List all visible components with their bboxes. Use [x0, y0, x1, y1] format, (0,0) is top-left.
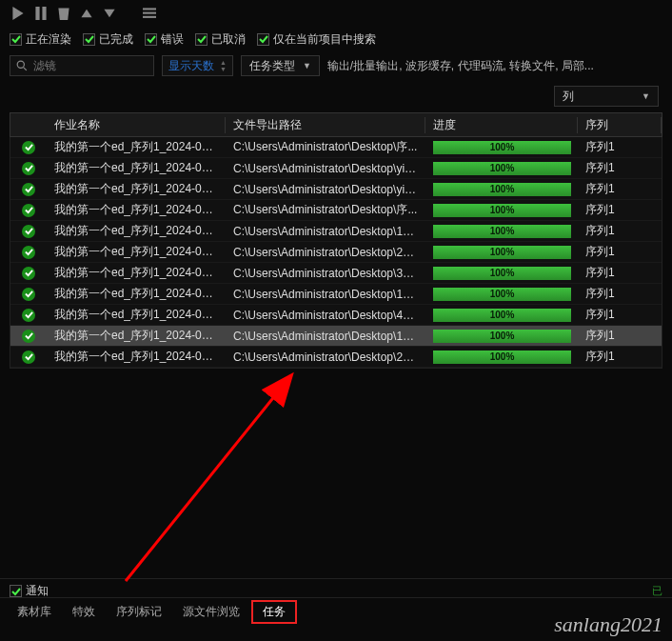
spinner-icon[interactable]: ▲▼	[220, 59, 227, 72]
filter-error[interactable]: 错误	[145, 31, 184, 48]
table-row[interactable]: 我的第一个ed_序列1_2024-01-1... C:\Users\Admini…	[10, 242, 662, 263]
table-row[interactable]: 我的第一个ed_序列1_2024-01-1... C:\Users\Admini…	[10, 137, 662, 158]
path-cell: C:\Users\Administrator\Desktop\222...	[226, 246, 425, 259]
name-cell: 我的第一个ed_序列1_2024-01-1...	[47, 349, 226, 365]
filter-current-project[interactable]: 仅在当前项目中搜索	[257, 31, 376, 48]
table-row[interactable]: 我的第一个ed_序列1_2024-01-1... C:\Users\Admini…	[10, 200, 662, 221]
checkbox-icon	[10, 585, 22, 597]
status-cell	[10, 204, 47, 217]
tab-3[interactable]: 源文件浏览	[173, 600, 249, 624]
chevron-down-icon: ▼	[303, 61, 311, 70]
status-cell	[10, 246, 47, 259]
caret-up-icon[interactable]	[78, 5, 95, 22]
path-cell: C:\Users\Administrator\Desktop\222...	[226, 351, 425, 364]
table-row[interactable]: 我的第一个ed_序列1_2024-01-1... C:\Users\Admini…	[10, 221, 662, 242]
sequence-cell: 序列1	[578, 244, 662, 260]
bottom-tabs: 素材库特效序列标记源文件浏览任务	[0, 597, 672, 626]
column-dropdown[interactable]: 列 ▼	[554, 86, 659, 107]
progress-cell: 100%	[425, 141, 578, 154]
progress-bar: 100%	[433, 288, 571, 301]
checkbox-icon	[10, 33, 22, 46]
progress-bar: 100%	[433, 204, 571, 217]
sequence-cell: 序列1	[578, 139, 662, 155]
tab-2[interactable]: 序列标记	[107, 600, 171, 624]
status-cell	[10, 330, 47, 343]
sequence-cell: 序列1	[578, 223, 662, 239]
checkbox-icon	[257, 33, 269, 46]
filter-label: 正在渲染	[26, 31, 71, 48]
search-box[interactable]	[10, 55, 154, 76]
pause-icon[interactable]	[32, 5, 49, 22]
notify-status: 已	[652, 584, 662, 598]
name-cell: 我的第一个ed_序列1_2024-01-1...	[47, 328, 226, 344]
name-cell: 我的第一个ed_序列1_2024-01-1...	[47, 139, 226, 155]
tab-4[interactable]: 任务	[251, 600, 297, 624]
table-row[interactable]: 我的第一个ed_序列1_2024-01-1... C:\Users\Admini…	[10, 326, 662, 347]
status-cell	[10, 162, 47, 175]
progress-bar: 100%	[433, 225, 571, 238]
path-cell: C:\Users\Administrator\Desktop\444...	[226, 309, 425, 322]
success-icon	[22, 204, 35, 217]
tab-0[interactable]: 素材库	[8, 600, 61, 624]
svg-rect-4	[143, 16, 156, 18]
progress-cell: 100%	[425, 183, 578, 196]
progress-cell: 100%	[425, 267, 578, 280]
path-cell: C:\Users\Administrator\Desktop\111...	[226, 288, 425, 301]
progress-cell: 100%	[425, 246, 578, 259]
table-row[interactable]: 我的第一个ed_序列1_2024-01-1... C:\Users\Admini…	[10, 158, 662, 179]
checkbox-icon	[83, 33, 95, 46]
task-type-summary: 输出/批量输出, 波形缓存, 代理码流, 转换文件, 局部...	[327, 58, 662, 74]
name-cell: 我的第一个ed_序列1_2024-01-1...	[47, 286, 226, 302]
success-icon	[22, 309, 35, 322]
svg-point-5	[17, 61, 24, 68]
search-icon	[16, 60, 28, 71]
table-header: 作业名称 文件导出路径 进度 序列	[10, 112, 662, 137]
caret-down-icon[interactable]	[101, 5, 118, 22]
name-cell: 我的第一个ed_序列1_2024-01-1...	[47, 223, 226, 239]
svg-rect-3	[143, 12, 156, 14]
filter-completed[interactable]: 已完成	[83, 31, 133, 48]
progress-cell: 100%	[425, 351, 578, 364]
progress-cell: 100%	[425, 162, 578, 175]
play-icon[interactable]	[10, 5, 27, 22]
chevron-down-icon: ▼	[642, 91, 650, 101]
success-icon	[22, 351, 35, 364]
status-cell	[10, 141, 47, 154]
list-icon[interactable]	[141, 5, 158, 22]
progress-bar: 100%	[433, 162, 571, 175]
trash-icon[interactable]	[55, 5, 72, 22]
filter-label: 已完成	[99, 31, 133, 48]
tab-1[interactable]: 特效	[63, 600, 105, 624]
filter-rendering[interactable]: 正在渲染	[10, 31, 71, 48]
task-type-dropdown[interactable]: 任务类型 ▼	[241, 55, 320, 76]
col-path[interactable]: 文件导出路径	[226, 117, 425, 133]
sequence-cell: 序列1	[578, 286, 662, 302]
col-sequence[interactable]: 序列	[578, 117, 662, 133]
days-input[interactable]: 显示天数 ▲▼	[162, 55, 233, 76]
table-row[interactable]: 我的第一个ed_序列1_2024-01-1... C:\Users\Admini…	[10, 305, 662, 326]
path-cell: C:\Users\Administrator\Desktop\序...	[226, 139, 425, 155]
success-icon	[22, 267, 35, 280]
status-cell	[10, 288, 47, 301]
sequence-cell: 序列1	[578, 349, 662, 365]
svg-line-7	[126, 394, 276, 581]
progress-cell: 100%	[425, 309, 578, 322]
name-cell: 我的第一个ed_序列1_2024-01-1...	[47, 265, 226, 281]
checkbox-icon	[195, 33, 208, 46]
success-icon	[22, 288, 35, 301]
table-row[interactable]: 我的第一个ed_序列1_2024-01-1... C:\Users\Admini…	[10, 263, 662, 284]
status-cell	[10, 309, 47, 322]
filter-row: 正在渲染 已完成 错误 已取消 仅在当前项目中搜索	[0, 27, 672, 51]
table-row[interactable]: 我的第一个ed_序列1_2024-01-1... C:\Users\Admini…	[10, 179, 662, 200]
filter-cancelled[interactable]: 已取消	[195, 31, 246, 48]
status-cell	[10, 225, 47, 238]
sequence-cell: 序列1	[578, 307, 662, 323]
search-input[interactable]	[33, 59, 148, 72]
sequence-cell: 序列1	[578, 181, 662, 197]
col-progress[interactable]: 进度	[425, 117, 578, 133]
name-cell: 我的第一个ed_序列1_2024-01-1...	[47, 244, 226, 260]
col-name[interactable]: 作业名称	[47, 117, 226, 133]
table-row[interactable]: 我的第一个ed_序列1_2024-01-1... C:\Users\Admini…	[10, 347, 662, 368]
table-row[interactable]: 我的第一个ed_序列1_2024-01-1... C:\Users\Admini…	[10, 284, 662, 305]
days-label: 显示天数	[168, 58, 214, 74]
